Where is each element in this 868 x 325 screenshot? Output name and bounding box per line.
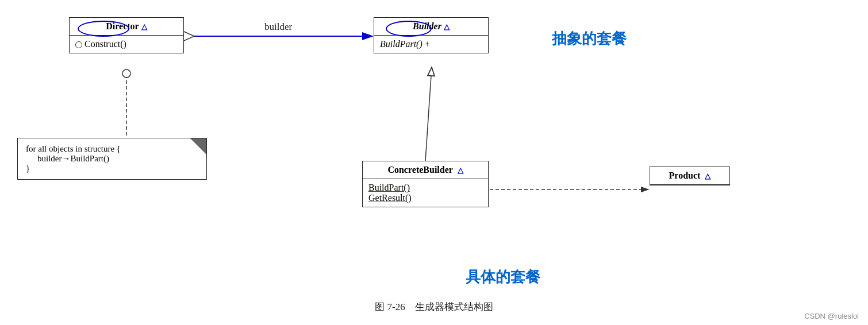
watermark: CSDN @ruleslol (804, 312, 859, 320)
diagram-container: builder Director△ Construct() Builder△ B… (0, 0, 868, 325)
method-getresult: GetResult() (368, 193, 482, 203)
director-class-box: Director△ Construct() (69, 17, 184, 53)
circle-icon (75, 41, 82, 48)
product-class-box: Product △ (650, 167, 730, 185)
concrete-builder-methods: BuildPart() GetResult() (363, 179, 488, 207)
concrete-builder-class-box: ConcreteBuilder △ BuildPart() GetResult(… (362, 161, 489, 207)
director-methods: Construct() (70, 36, 183, 53)
builder-ellipse (386, 21, 432, 37)
director-class-name: Director△ (70, 18, 183, 36)
svg-text:builder: builder (264, 21, 292, 32)
note-fold-icon (190, 138, 206, 154)
note-line1: for all objects in structure { (26, 144, 198, 154)
note-line3: } (26, 164, 198, 173)
svg-line-9 (425, 76, 431, 161)
figure-caption: 图 7-26 生成器模式结构图 (375, 300, 493, 314)
method-buildpart: BuildPart() (368, 183, 482, 193)
caption-text: 图 7-26 生成器模式结构图 (375, 300, 493, 314)
note-box: for all objects in structure { builder→B… (17, 138, 207, 180)
concrete-builder-class-name: ConcreteBuilder △ (363, 161, 488, 179)
concrete-label: 具体的套餐 (466, 267, 540, 287)
builder-class-box: Builder△ BuildPart()+ (374, 17, 489, 53)
builder-class-name: Builder△ (374, 18, 488, 36)
builder-methods: BuildPart()+ (374, 36, 488, 53)
note-line2: builder→BuildPart() (26, 154, 198, 164)
svg-point-7 (122, 69, 130, 78)
director-ellipse (78, 21, 129, 37)
abstract-label: 抽象的套餐 (552, 29, 627, 49)
product-class-name: Product △ (650, 167, 729, 185)
